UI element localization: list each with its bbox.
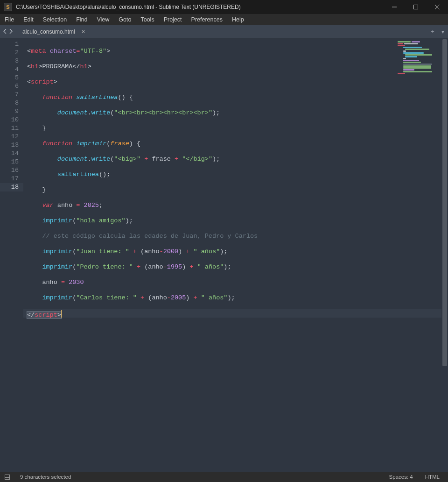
line-number: 1 (0, 40, 23, 49)
menu-selection[interactable]: Selection (38, 14, 71, 25)
window-controls (384, 0, 448, 14)
line-number: 2 (0, 49, 23, 57)
scrollbar-thumb[interactable] (442, 39, 447, 366)
code-line[interactable]: </script> (23, 309, 448, 318)
window-title: C:\Users\TOSHIBA\Desktop\alura\alculo_co… (16, 4, 384, 10)
minimize-button[interactable] (384, 0, 405, 14)
tab-strip: alculo_consumo.html × ＋ ▾ (0, 25, 448, 38)
code-line[interactable]: <h1>PROGRAMA</h1> (23, 63, 448, 71)
line-number: 12 (0, 133, 23, 141)
status-selection[interactable]: 9 characters selected (16, 474, 75, 480)
line-number: 10 (0, 116, 23, 124)
minimap[interactable] (398, 41, 440, 83)
line-number: 15 (0, 158, 23, 166)
tab-menu-button[interactable]: ▾ (438, 25, 448, 38)
menu-tools[interactable]: Tools (136, 14, 159, 25)
title-bar: S C:\Users\TOSHIBA\Desktop\alura\alculo_… (0, 0, 448, 14)
tab-add-button[interactable]: ＋ (427, 25, 438, 38)
line-number: 3 (0, 57, 23, 65)
gutter: 1 2 3 4 5 6 7 8 9 10 11 12 13 14 15 16 1… (0, 38, 23, 472)
code-line[interactable]: function imprimir(frase) { (23, 140, 448, 148)
app-icon-letter: S (6, 4, 9, 10)
line-number: 8 (0, 99, 23, 107)
menu-find[interactable]: Find (71, 14, 92, 25)
line-number: 17 (0, 175, 23, 183)
tab-nav-prev-icon[interactable] (3, 28, 7, 35)
tab-label: alculo_consumo.html (22, 28, 75, 35)
code-line[interactable]: anho = 2030 (23, 278, 448, 287)
line-number: 9 (0, 107, 23, 116)
vertical-scrollbar[interactable] (441, 38, 448, 472)
code-line[interactable]: <meta charset="UTF-8"> (23, 47, 448, 56)
line-number: 6 (0, 82, 23, 91)
menu-file[interactable]: File (0, 14, 19, 25)
menu-preferences[interactable]: Preferences (187, 14, 227, 25)
code-line[interactable]: document.write("<br><br><br><hr><br><br>… (23, 109, 448, 117)
svg-rect-0 (414, 5, 418, 9)
tab-close-icon[interactable]: × (82, 28, 85, 35)
menu-goto[interactable]: Goto (114, 14, 136, 25)
line-number: 18 (0, 183, 23, 191)
code-line[interactable]: imprimir("Juan tiene: " + (anho-2000) + … (23, 248, 448, 256)
tab-nav-arrows (0, 28, 16, 35)
line-number: 13 (0, 141, 23, 149)
code-line[interactable]: imprimir("Pedro tiene: " + (anho-1995) +… (23, 263, 448, 271)
menu-project[interactable]: Project (159, 14, 187, 25)
text-caret (61, 310, 62, 318)
line-number: 14 (0, 149, 23, 158)
line-number: 5 (0, 74, 23, 82)
menu-bar: File Edit Selection Find View Goto Tools… (0, 14, 448, 25)
code-line[interactable]: <script> (23, 78, 448, 86)
editor[interactable]: 1 2 3 4 5 6 7 8 9 10 11 12 13 14 15 16 1… (0, 38, 448, 472)
status-indent[interactable]: Spaces: 4 (385, 474, 417, 480)
app-icon: S (4, 3, 12, 11)
menu-view[interactable]: View (92, 14, 114, 25)
menu-help[interactable]: Help (227, 14, 249, 25)
tab-nav-next-icon[interactable] (8, 28, 13, 35)
code-line[interactable]: imprimir("hola amigos"); (23, 217, 448, 225)
status-bar: 9 characters selected Spaces: 4 HTML (0, 472, 448, 482)
status-syntax[interactable]: HTML (421, 474, 443, 480)
line-number: 16 (0, 166, 23, 175)
code-line[interactable]: imprimir("Carlos tiene: " + (anho-2005) … (23, 294, 448, 302)
maximize-button[interactable] (405, 0, 427, 14)
menu-edit[interactable]: Edit (19, 14, 38, 25)
code-line[interactable]: function saltarLinea() { (23, 93, 448, 102)
code-line[interactable]: } (23, 124, 448, 133)
code-line[interactable]: document.write("<big>" + frase + "</big>… (23, 155, 448, 163)
code-line[interactable]: var anho = 2025; (23, 201, 448, 210)
code-line[interactable]: // este código calcula las edades de Jua… (23, 232, 448, 241)
close-button[interactable] (427, 0, 448, 14)
line-number: 4 (0, 65, 23, 74)
tab-file[interactable]: alculo_consumo.html × (16, 27, 91, 37)
line-number: 7 (0, 91, 23, 99)
code-line[interactable]: } (23, 186, 448, 194)
panel-switcher-icon[interactable] (5, 475, 10, 480)
code-line[interactable]: saltarLinea(); (23, 170, 448, 179)
code-area[interactable]: <meta charset="UTF-8"> <h1>PROGRAMA</h1>… (23, 38, 448, 472)
line-number: 11 (0, 124, 23, 133)
